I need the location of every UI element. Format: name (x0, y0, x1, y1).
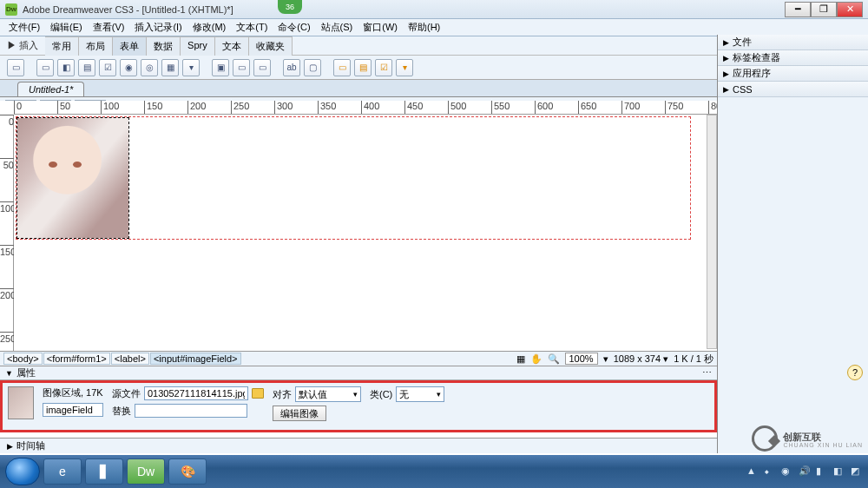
button-icon[interactable]: ▭ (253, 59, 271, 76)
class-select[interactable]: 无 (396, 386, 444, 402)
form-outline[interactable] (16, 116, 691, 240)
design-view-workspace: 0501001502002503003504004505005506006507… (0, 101, 717, 365)
insert-tab-文本[interactable]: 文本 (215, 36, 249, 56)
side-panel-标签检查器[interactable]: ▶标签检查器 (718, 50, 868, 66)
image-type-label: 图像区域, 17K (43, 386, 103, 399)
properties-options-icon[interactable]: ⋯ (702, 367, 712, 379)
tray-shield-icon[interactable]: ⬥ (764, 465, 776, 478)
insert-tab-常用[interactable]: 常用 (45, 36, 79, 56)
menu-item[interactable]: 修改(M) (189, 19, 230, 36)
tray-misc2-icon[interactable]: ◩ (851, 465, 863, 478)
design-canvas[interactable] (14, 115, 707, 349)
list-icon[interactable]: ▦ (161, 59, 179, 76)
fieldset-icon[interactable]: ▢ (304, 59, 321, 76)
side-panel-应用程序[interactable]: ▶应用程序 (718, 66, 868, 82)
tag-crumb[interactable]: <form#form1> (43, 353, 110, 365)
timeline-panel-header[interactable]: ▶时间轴 (0, 438, 717, 453)
menu-item[interactable]: 插入记录(I) (131, 19, 185, 36)
task-dreamweaver-icon[interactable]: Dw (127, 458, 165, 485)
spry-select-icon[interactable]: ▾ (396, 59, 413, 76)
class-label: 类(C) (370, 388, 392, 401)
zoom-select[interactable]: 100% (565, 353, 598, 365)
textarea-icon[interactable]: ▤ (78, 59, 95, 76)
system-tray[interactable]: ▲ ⬥ ◉ 🔊 ▮ ◧ ◩ (746, 465, 863, 478)
window-size[interactable]: 1089 x 374 ▾ (614, 353, 669, 365)
radio-icon[interactable]: ◉ (120, 59, 137, 76)
tray-network-icon[interactable]: ◉ (781, 465, 793, 478)
jumpmenu-icon[interactable]: ▾ (182, 59, 200, 76)
spry-textfield-icon[interactable]: ▭ (333, 59, 351, 76)
timeline-label: 时间轴 (16, 439, 45, 452)
tag-crumb[interactable]: <body> (3, 353, 43, 365)
tray-battery-icon[interactable]: ▮ (816, 465, 828, 478)
help-icon[interactable]: ? (847, 365, 863, 380)
image-id-input[interactable] (43, 403, 103, 417)
vertical-scrollbar[interactable] (707, 115, 717, 349)
properties-title: 属性 (16, 366, 36, 379)
close-button[interactable]: ✕ (837, 2, 863, 17)
insert-tab-表单[interactable]: 表单 (113, 36, 147, 56)
label-icon[interactable]: ab (283, 59, 300, 76)
document-tab[interactable]: Untitled-1* (17, 82, 84, 96)
menu-item[interactable]: 编辑(E) (47, 19, 86, 36)
image-icon[interactable]: ▣ (212, 59, 229, 76)
task-paint-icon[interactable]: 🎨 (168, 458, 207, 485)
side-panel-CSS[interactable]: ▶CSS (718, 82, 868, 97)
menu-item[interactable]: 查看(V) (89, 19, 128, 36)
task-ie-icon[interactable]: e (43, 458, 82, 485)
start-button[interactable] (5, 458, 40, 485)
menu-item[interactable]: 帮助(H) (404, 19, 444, 36)
maximize-button[interactable]: ❐ (811, 2, 837, 17)
hidden-icon[interactable]: ◧ (57, 59, 75, 76)
status-bar: <body><form#form1><label><input#imageFie… (0, 351, 717, 366)
right-panel-group: ▶文件▶标签检查器▶应用程序▶CSS? (717, 35, 868, 453)
insert-tab-Spry[interactable]: Spry (181, 36, 215, 56)
anime-image-placeholder (17, 118, 128, 238)
side-panel-文件[interactable]: ▶文件 (718, 35, 868, 50)
menu-item[interactable]: 窗口(W) (359, 19, 401, 36)
tag-selector[interactable]: <body><form#form1><label><input#imageFie… (3, 353, 242, 364)
tray-misc-icon[interactable]: ◧ (833, 465, 845, 478)
select-tool-icon[interactable]: ▦ (516, 353, 525, 365)
tag-crumb[interactable]: <label> (111, 353, 149, 365)
insert-tab-收藏夹[interactable]: 收藏夹 (249, 36, 293, 56)
menu-item[interactable]: 文本(T) (233, 19, 271, 36)
horizontal-ruler: 0501001502002503003504004505005506006507… (14, 101, 717, 115)
alt-input[interactable] (135, 404, 247, 418)
menu-item[interactable]: 文件(F) (5, 19, 43, 36)
minimize-button[interactable]: ━ (785, 2, 811, 17)
window-titlebar: Dw Adobe Dreamweaver CS3 - [Untitled-1 (… (0, 0, 868, 19)
watermark-sub: CHUANG XIN HU LIAN (783, 442, 863, 448)
tray-flag-icon[interactable]: ▲ (746, 465, 759, 478)
insert-tab-数据[interactable]: 数据 (147, 36, 181, 56)
browse-folder-icon[interactable] (252, 388, 264, 399)
app-logo-icon: Dw (5, 3, 17, 16)
watermark: 创新互联CHUANG XIN HU LIAN (752, 425, 863, 452)
src-input[interactable] (144, 386, 248, 400)
watermark-name: 创新互联 (783, 432, 821, 442)
align-select[interactable]: 默认值 (295, 386, 361, 402)
filefield-icon[interactable]: ▭ (233, 59, 250, 76)
textfield-icon[interactable]: ▭ (36, 59, 54, 76)
insert-tab-布局[interactable]: 布局 (79, 36, 113, 56)
align-label: 对齐 (273, 388, 292, 401)
watermark-logo-icon (752, 425, 778, 452)
spry-checkbox-icon[interactable]: ☑ (375, 59, 392, 76)
zoom-tool-icon[interactable]: 🔍 (548, 353, 560, 365)
tag-crumb[interactable]: <input#imageField> (150, 353, 241, 365)
radiogroup-icon[interactable]: ◎ (141, 59, 158, 76)
property-thumbnail (8, 386, 34, 419)
alt-label: 替换 (112, 405, 131, 418)
edit-image-button[interactable]: 编辑图像 (273, 406, 326, 421)
image-field-box[interactable] (16, 117, 129, 239)
insert-label[interactable]: ▶ 插入 (0, 39, 45, 52)
properties-header[interactable]: ▼属性 ⋯ (0, 366, 717, 380)
spry-textarea-icon[interactable]: ▤ (354, 59, 372, 76)
task-explorer-icon[interactable]: ▋ (85, 458, 123, 485)
menu-item[interactable]: 站点(S) (318, 19, 357, 36)
form-icon[interactable]: ▭ (7, 59, 24, 76)
tray-sound-icon[interactable]: 🔊 (799, 465, 811, 478)
hand-tool-icon[interactable]: ✋ (530, 353, 542, 365)
menu-item[interactable]: 命令(C) (274, 19, 313, 36)
checkbox-icon[interactable]: ☑ (99, 59, 116, 76)
